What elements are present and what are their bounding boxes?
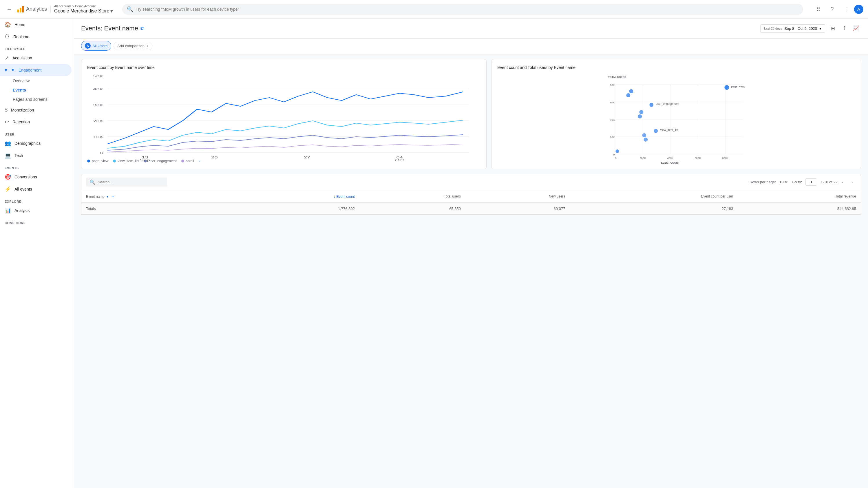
sidebar-item-pages[interactable]: Pages and screens: [13, 95, 71, 104]
totals-label: Totals: [82, 203, 235, 215]
sidebar-item-conversions[interactable]: 🎯 Conversions: [0, 171, 71, 183]
goto-input[interactable]: [805, 178, 817, 186]
charts-area: Event count by Event name over time 0 10…: [74, 55, 868, 174]
prev-page-button[interactable]: ‹: [839, 178, 847, 186]
top-nav: ← Analytics All accounts > Demo Account …: [0, 0, 868, 19]
scatter-dot-page-view: [725, 85, 729, 90]
apps-button[interactable]: ⠿: [812, 3, 824, 15]
analysis-icon: 📊: [5, 207, 11, 214]
date-range-selector[interactable]: Last 28 days Sep 8 - Oct 5, 2020 ▾: [760, 24, 825, 33]
date-dropdown-icon: ▾: [819, 26, 822, 31]
sidebar-item-tech[interactable]: 💻 Tech: [0, 149, 71, 162]
share-icon-btn[interactable]: ⤴: [839, 23, 849, 34]
sidebar-item-home[interactable]: 🏠 Home: [0, 19, 71, 31]
svg-text:EVENT COUNT: EVENT COUNT: [661, 161, 680, 164]
add-comparison-button[interactable]: Add comparison +: [114, 42, 152, 50]
search-input[interactable]: [135, 7, 799, 11]
legend-more-button[interactable]: ›: [199, 159, 200, 163]
avatar[interactable]: A: [854, 5, 863, 14]
totals-new-users: 60,077: [465, 203, 570, 215]
svg-text:600K: 600K: [695, 157, 701, 160]
scatter-chart-title: Event count and Total users by Event nam…: [497, 65, 855, 70]
compare-icon-btn[interactable]: 📈: [850, 23, 861, 34]
sidebar-conversions-label: Conversions: [14, 175, 37, 179]
logo-bar-1: [18, 9, 19, 12]
sidebar-item-realtime[interactable]: ⏱ Realtime: [0, 31, 71, 42]
back-button[interactable]: ←: [5, 5, 14, 14]
more-button[interactable]: ⋮: [840, 3, 852, 15]
col-header-new-users[interactable]: New users: [465, 190, 570, 203]
col-header-event-name[interactable]: Event name ▾ +: [82, 190, 235, 203]
event-name-filter-icon[interactable]: ▾: [106, 194, 108, 199]
svg-text:40K: 40K: [93, 88, 103, 91]
engagement-icon: ✦: [11, 67, 15, 73]
svg-text:0: 0: [615, 157, 617, 160]
sidebar-item-analysis[interactable]: 📊 Analysis: [0, 205, 71, 217]
all-events-icon: ⚡: [5, 186, 11, 192]
sidebar-item-acquisition[interactable]: ↗ Acquisition: [0, 52, 71, 64]
scatter-dot-3: [640, 110, 644, 114]
sidebar-engagement-label: Engagement: [19, 68, 41, 72]
filter-chip-icon: A: [85, 43, 91, 49]
sidebar-item-engagement[interactable]: ▾ ✦ Engagement: [0, 64, 71, 76]
sidebar-home-label: Home: [14, 22, 25, 27]
sidebar-demographics-label: Demographics: [14, 141, 40, 146]
property-name[interactable]: Google Merchandise Store ▾: [54, 8, 113, 14]
date-range-value: Sep 8 - Oct 5, 2020: [784, 26, 817, 31]
sidebar-retention-label: Retention: [12, 120, 30, 124]
title-link-icon[interactable]: ⧉: [141, 26, 144, 32]
logo: Analytics: [18, 6, 47, 12]
sidebar-tech-label: Tech: [14, 153, 23, 158]
page-title-row: Events: Event name ⧉: [81, 25, 144, 32]
next-page-button[interactable]: ›: [848, 178, 856, 186]
table-search-icon: 🔍: [90, 179, 95, 185]
sidebar-item-monetization[interactable]: $ Monetization: [0, 104, 71, 116]
sidebar-item-retention[interactable]: ↩ Retention: [0, 116, 71, 128]
compare-icon: 📈: [852, 25, 859, 32]
svg-text:Sep: Sep: [140, 159, 150, 162]
table-search: 🔍: [86, 178, 167, 186]
svg-text:80K: 80K: [610, 84, 615, 87]
main-content: Events: Event name ⧉ Last 28 days Sep 8 …: [74, 19, 868, 488]
table-search-input[interactable]: [98, 180, 164, 184]
svg-text:10K: 10K: [93, 135, 103, 139]
legend-item-scroll[interactable]: scroll: [181, 159, 194, 163]
sidebar-item-demographics[interactable]: 👥 Demographics: [0, 137, 71, 149]
rows-per-page-select[interactable]: 10 25 50: [778, 180, 788, 184]
table-pagination: Rows per page: 10 25 50 Go to: 1-10 of 2…: [749, 178, 856, 186]
svg-text:page_view: page_view: [731, 85, 745, 88]
goto-label-container: Go to:: [792, 180, 802, 184]
logo-bar-2: [20, 8, 22, 12]
legend-dot-scroll: [181, 160, 184, 162]
header-right: Last 28 days Sep 8 - Oct 5, 2020 ▾ ⊞ ⤴ 📈: [760, 23, 861, 34]
col-header-event-count[interactable]: ↓ Event count: [235, 190, 360, 203]
svg-text:30K: 30K: [93, 104, 103, 107]
col-header-total-users[interactable]: Total users: [360, 190, 465, 203]
engagement-expand-icon: ▾: [5, 67, 7, 73]
svg-text:20: 20: [211, 156, 218, 159]
content-header: Events: Event name ⧉ Last 28 days Sep 8 …: [74, 19, 868, 38]
rows-per-page: Rows per page: 10 25 50: [749, 180, 788, 184]
sidebar-acquisition-label: Acquisition: [12, 56, 32, 60]
svg-text:20K: 20K: [610, 136, 615, 139]
date-label: Last 28 days: [764, 27, 782, 30]
acquisition-icon: ↗: [5, 55, 9, 61]
sidebar-item-all-events[interactable]: ⚡ All events: [0, 183, 71, 195]
logo-bar-3: [22, 6, 24, 12]
account-selector[interactable]: All accounts > Demo Account Google Merch…: [54, 4, 113, 14]
share-icon: ⤴: [843, 26, 846, 32]
app-body: 🏠 Home ⏱ Realtime LIFE CYCLE ↗ Acquisiti…: [0, 19, 868, 488]
col-header-event-count-per-user[interactable]: Event count per user: [570, 190, 738, 203]
all-users-filter[interactable]: A All Users: [81, 41, 111, 51]
property-label: Google Merchandise Store: [54, 8, 109, 13]
sidebar-item-events[interactable]: Events: [13, 86, 71, 95]
help-button[interactable]: ?: [826, 3, 838, 15]
report-icon-btn[interactable]: ⊞: [828, 23, 838, 34]
sidebar-all-events-label: All events: [14, 187, 32, 191]
retention-icon: ↩: [5, 119, 9, 125]
legend-item-page-view[interactable]: page_view: [87, 159, 108, 163]
sidebar-item-overview[interactable]: Overview: [13, 76, 71, 86]
add-column-icon[interactable]: +: [112, 194, 115, 199]
legend-item-view-item-list[interactable]: view_item_list: [113, 159, 139, 163]
col-header-total-revenue[interactable]: Total revenue: [738, 190, 861, 203]
